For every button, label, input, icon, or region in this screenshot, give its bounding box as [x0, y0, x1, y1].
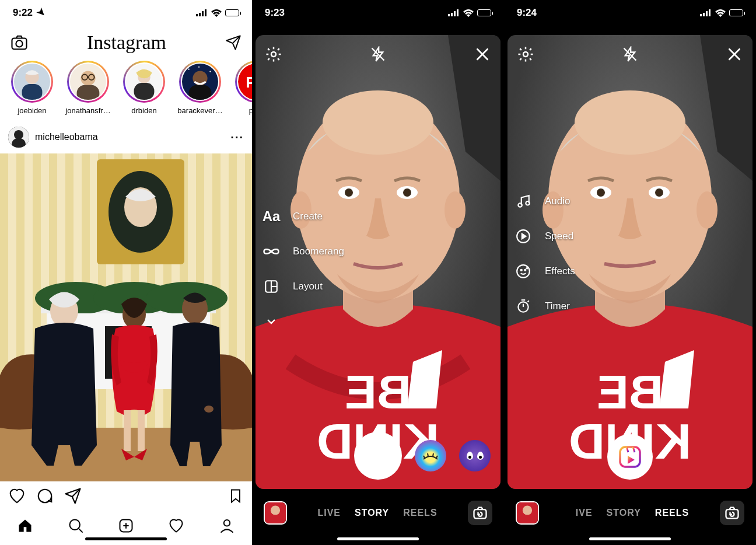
camera-modes[interactable]: IVE STORY REELS [545, 508, 720, 518]
tool-effects[interactable]: Effects [514, 263, 575, 280]
tool-label: Timer [545, 301, 570, 312]
story-label: drbiden [131, 106, 156, 115]
tool-label: Create [293, 211, 323, 222]
camera-icon[interactable] [10, 34, 28, 51]
tool-speed[interactable]: Speed [514, 228, 575, 245]
mode-story[interactable]: STORY [355, 508, 389, 518]
home-tab[interactable] [17, 518, 33, 536]
mode-live[interactable]: LIVE [317, 508, 341, 518]
close-icon[interactable] [473, 44, 492, 64]
stories-tray[interactable]: joebiden jonathansfr… drbiden barackever… [0, 58, 252, 121]
svg-point-100 [518, 203, 522, 207]
activity-tab[interactable] [168, 518, 184, 536]
status-time: 9:24 [517, 7, 537, 19]
svg-marker-103 [522, 234, 526, 239]
profile-tab[interactable] [219, 518, 235, 536]
story-ring[interactable]: joebiden [9, 61, 55, 115]
music-icon [514, 193, 532, 210]
post-user[interactable]: michelleobama [8, 127, 98, 148]
svg-point-104 [517, 265, 530, 278]
cellular-icon [196, 9, 208, 16]
svg-point-70 [271, 52, 276, 57]
tool-label: Layout [293, 281, 323, 292]
close-icon[interactable] [724, 44, 744, 64]
camera-flip-button[interactable] [468, 501, 492, 525]
create-tab[interactable] [118, 518, 134, 536]
svg-rect-11 [77, 85, 100, 100]
tool-timer[interactable]: Timer [514, 298, 575, 315]
more-icon[interactable]: ··· [230, 131, 244, 144]
infinity-icon [262, 243, 280, 260]
tool-label: Speed [545, 230, 573, 242]
like-icon[interactable] [8, 487, 26, 507]
svg-text:BE: BE [597, 365, 663, 418]
mode-live[interactable]: IVE [576, 508, 593, 518]
reels-shutter-button[interactable] [607, 434, 653, 480]
home-indicator [589, 537, 671, 540]
svg-text:BE: BE [345, 365, 411, 418]
status-bar: 9:23 [252, 0, 504, 26]
status-bar: 9:22 ➤ [0, 0, 252, 26]
svg-rect-83 [706, 11, 708, 16]
mode-reels[interactable]: REELS [403, 508, 437, 518]
svg-point-19 [188, 69, 189, 70]
svg-point-91 [597, 188, 605, 197]
settings-icon[interactable] [516, 44, 536, 64]
svg-point-21 [198, 67, 200, 68]
mode-reels[interactable]: REELS [655, 508, 689, 518]
status-time: 9:22 [13, 7, 33, 19]
feed-image[interactable] [0, 153, 252, 481]
tool-layout[interactable]: Layout [262, 278, 344, 295]
svg-rect-79 [268, 515, 282, 523]
svg-line-50 [78, 529, 82, 533]
camera-bottom-bar: IVE STORY REELS [504, 501, 756, 525]
story-label: jonathansfr… [65, 106, 110, 115]
svg-rect-2 [202, 11, 204, 16]
svg-rect-117 [520, 515, 534, 523]
svg-point-49 [69, 520, 80, 530]
svg-rect-28 [12, 138, 26, 148]
shutter-button[interactable] [354, 432, 402, 480]
svg-rect-23 [189, 85, 212, 100]
search-tab[interactable] [68, 518, 84, 536]
tool-create[interactable]: Aa Create [262, 208, 344, 225]
speed-icon [514, 228, 532, 245]
story-ring[interactable]: PC pcm [233, 61, 252, 115]
camera-flip-button[interactable] [720, 501, 744, 525]
effect-preset-2[interactable] [459, 440, 491, 471]
story-ring[interactable]: drbiden [121, 61, 167, 115]
layout-icon [262, 278, 280, 295]
flash-off-icon[interactable] [620, 44, 640, 64]
svg-point-20 [209, 71, 211, 72]
tool-boomerang[interactable]: Boomerang [262, 243, 344, 260]
share-icon[interactable] [64, 487, 82, 507]
camera-top-controls [264, 44, 492, 64]
story-label: barackever… [177, 106, 222, 115]
effect-preset-1[interactable] [415, 440, 446, 471]
svg-point-69 [444, 191, 466, 229]
capture-row [504, 434, 756, 480]
tool-audio[interactable]: Audio [514, 193, 575, 210]
mode-story[interactable]: STORY [607, 508, 641, 518]
battery-icon [225, 9, 239, 16]
status-bar: 9:24 [504, 0, 756, 26]
svg-point-89 [575, 90, 685, 155]
gallery-thumbnail[interactable] [516, 501, 539, 525]
svg-rect-3 [205, 9, 206, 16]
tool-label: Audio [545, 195, 570, 207]
story-ring[interactable]: barackever… [177, 61, 223, 115]
phone-story-camera: 9:23 BE KIND [252, 0, 504, 545]
instagram-logo[interactable]: Instagram [87, 32, 166, 54]
camera-modes[interactable]: LIVE STORY REELS [287, 508, 468, 518]
svg-point-54 [224, 520, 230, 526]
direct-icon[interactable] [225, 34, 242, 51]
bookmark-icon[interactable] [228, 488, 244, 506]
settings-icon[interactable] [264, 44, 284, 64]
effects-icon [514, 263, 532, 280]
story-ring[interactable]: jonathansfr… [65, 61, 111, 115]
comment-icon[interactable] [36, 487, 54, 507]
flash-off-icon[interactable] [368, 44, 388, 64]
gallery-thumbnail[interactable] [264, 501, 287, 525]
svg-point-107 [518, 302, 528, 312]
tool-expand[interactable] [262, 313, 344, 330]
